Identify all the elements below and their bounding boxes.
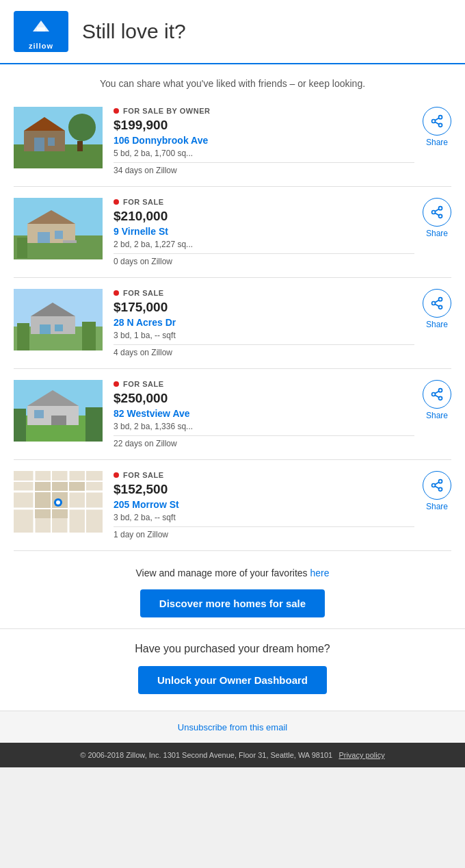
share-button-2[interactable]: Share	[423, 198, 451, 238]
svg-rect-31	[40, 324, 51, 334]
listing-address-2[interactable]: 9 Virnelle St	[114, 226, 414, 237]
share-circle-icon-4	[423, 380, 451, 409]
svg-rect-62	[35, 492, 51, 508]
svg-point-50	[439, 396, 442, 400]
favorites-section: View and manage more of your favorites h…	[0, 551, 465, 628]
svg-rect-63	[52, 482, 68, 491]
svg-rect-47	[85, 407, 103, 442]
svg-rect-5	[34, 138, 44, 151]
listing-price-3: $175,000	[114, 300, 414, 315]
unsubscribe-link[interactable]: Unsubscribe from this email	[178, 722, 287, 732]
svg-rect-67	[52, 509, 68, 518]
svg-point-36	[432, 302, 436, 305]
share-button-4[interactable]: Share	[423, 380, 451, 420]
svg-point-22	[439, 207, 442, 210]
listing-image-5	[14, 471, 103, 533]
share-button-5[interactable]: Share	[423, 471, 451, 511]
svg-point-7	[68, 114, 96, 141]
listing-badge-1: FOR SALE BY OWNER	[114, 107, 414, 115]
red-dot-icon	[114, 108, 119, 114]
svg-rect-66	[35, 509, 51, 518]
listing-badge-5: FOR SALE	[114, 471, 414, 479]
unsubscribe-section: Unsubscribe from this email	[0, 711, 465, 743]
listing-item-2: FOR SALE $210,000 9 Virnelle St 2 bd, 2 …	[14, 187, 451, 278]
listing-image-3	[14, 289, 103, 350]
subtitle-text: You can share what you've liked with fri…	[14, 78, 451, 89]
listing-address-3[interactable]: 28 N Acres Dr	[114, 317, 414, 328]
svg-rect-8	[77, 141, 83, 151]
listing-days-3: 4 days on Zillow	[114, 348, 414, 357]
svg-line-39	[435, 300, 439, 302]
svg-rect-34	[82, 322, 96, 350]
owner-section: Have you purchased your dream home? Unlo…	[0, 628, 465, 711]
listing-specs-4: 3 bd, 2 ba, 1,336 sq...	[114, 422, 414, 436]
footer-text: © 2006-2018 Zillow, Inc. 1301 Second Ave…	[80, 751, 332, 759]
listings-section: FOR SALE BY OWNER $199,900 106 Donnybroo…	[0, 96, 465, 551]
svg-line-51	[435, 395, 439, 397]
privacy-policy-link[interactable]: Privacy policy	[338, 751, 384, 759]
email-container: zillow Still love it? You can share what…	[0, 0, 465, 767]
share-button-1[interactable]: Share	[423, 107, 451, 147]
listing-details-2: FOR SALE $210,000 9 Virnelle St 2 bd, 2 …	[114, 198, 414, 266]
footer: © 2006-2018 Zillow, Inc. 1301 Second Ave…	[0, 743, 465, 767]
listing-item-5: FOR SALE $152,500 205 Morrow St 3 bd, 2 …	[14, 460, 451, 551]
svg-line-25	[435, 213, 439, 215]
listing-address-1[interactable]: 106 Donnybrook Ave	[114, 135, 414, 146]
listing-details-5: FOR SALE $152,500 205 Morrow St 3 bd, 2 …	[114, 471, 414, 539]
listing-address-4[interactable]: 82 Westview Ave	[114, 408, 414, 419]
subtitle-section: You can share what you've liked with fri…	[0, 64, 465, 96]
svg-point-35	[439, 298, 442, 301]
svg-rect-46	[14, 409, 26, 442]
share-circle-icon-1	[423, 107, 451, 136]
listing-image-2	[14, 198, 103, 259]
zillow-z-icon	[29, 14, 53, 42]
svg-rect-21	[17, 238, 27, 258]
svg-point-11	[439, 123, 442, 127]
svg-point-37	[439, 305, 442, 309]
svg-rect-20	[63, 240, 77, 243]
svg-rect-16	[27, 224, 75, 243]
svg-line-52	[435, 391, 439, 393]
owner-text: Have you purchased your dream home?	[14, 643, 451, 655]
share-button-3[interactable]: Share	[423, 289, 451, 329]
share-label-2: Share	[426, 229, 448, 238]
listing-badge-3: FOR SALE	[114, 289, 414, 297]
red-dot-icon-4	[114, 381, 119, 387]
owner-dashboard-button[interactable]: Unlock your Owner Dashboard	[138, 666, 327, 694]
svg-point-48	[439, 389, 442, 392]
listing-image-4	[14, 380, 103, 442]
svg-point-69	[56, 500, 60, 505]
svg-line-38	[435, 304, 439, 306]
favorites-link[interactable]: here	[310, 567, 329, 578]
zillow-logo: zillow	[14, 11, 68, 52]
svg-line-26	[435, 209, 439, 211]
svg-rect-33	[17, 323, 29, 350]
share-label-4: Share	[426, 411, 448, 420]
header: zillow Still love it?	[0, 0, 465, 64]
svg-line-74	[435, 482, 439, 484]
share-circle-icon-2	[423, 198, 451, 227]
listing-price-2: $210,000	[114, 209, 414, 224]
svg-rect-6	[48, 138, 55, 146]
listing-price-5: $152,500	[114, 482, 414, 497]
red-dot-icon-5	[114, 472, 119, 478]
svg-rect-44	[51, 416, 66, 425]
listing-specs-3: 3 bd, 1 ba, -- sqft	[114, 331, 414, 345]
svg-point-23	[432, 211, 436, 214]
listing-badge-4: FOR SALE	[114, 380, 414, 388]
listing-details-3: FOR SALE $175,000 28 N Acres Dr 3 bd, 1 …	[114, 289, 414, 357]
listing-details-4: FOR SALE $250,000 82 Westview Ave 3 bd, …	[114, 380, 414, 448]
listing-address-5[interactable]: 205 Morrow St	[114, 499, 414, 510]
discover-homes-button[interactable]: Discover more homes for sale	[140, 589, 325, 617]
zillow-wordmark: zillow	[29, 42, 53, 50]
svg-point-10	[432, 120, 436, 123]
listing-badge-2: FOR SALE	[114, 198, 414, 206]
listing-days-4: 22 days on Zillow	[114, 439, 414, 448]
page-title: Still love it?	[82, 20, 186, 43]
red-dot-icon-3	[114, 290, 119, 296]
share-label-5: Share	[426, 502, 448, 511]
share-label-3: Share	[426, 320, 448, 329]
svg-rect-19	[55, 231, 63, 239]
listing-specs-5: 3 bd, 2 ba, -- sqft	[114, 513, 414, 527]
svg-point-71	[432, 484, 436, 487]
